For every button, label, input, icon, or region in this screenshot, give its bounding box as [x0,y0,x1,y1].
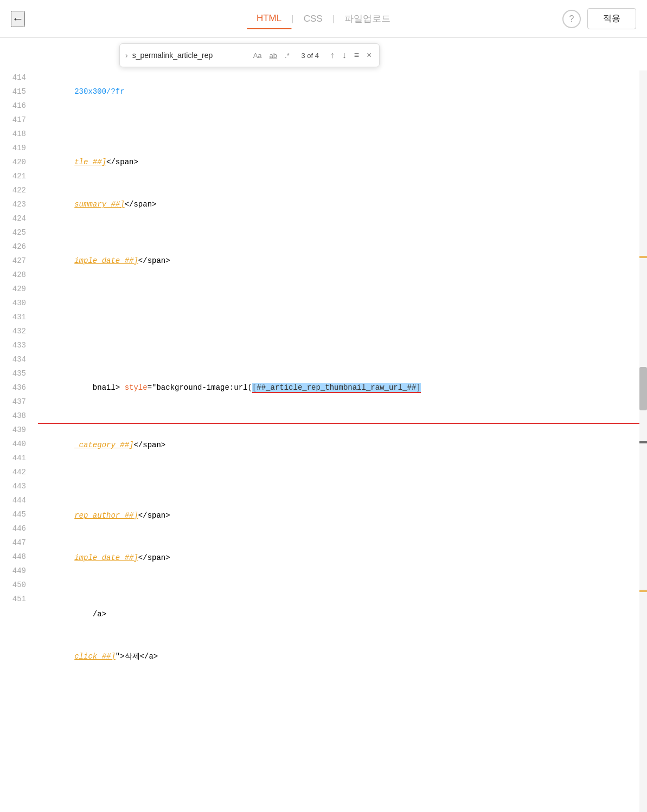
code-line-430 [38,466,647,480]
find-bar-nav: ↑ ↓ ≡ × [328,49,374,61]
code-line-418: summary_##]</span> [38,183,647,225]
code-line-424 [38,324,647,338]
find-bar-input[interactable] [132,51,246,60]
line-numbers: 414 415 416 417 418 419 420 421 422 423 … [0,70,33,812]
code-line-444 [38,776,647,790]
code-line-422 [38,296,647,310]
code-line-426 [38,352,647,366]
code-line-427: bnail> style="background-image:url([##_a… [38,366,647,409]
find-regex[interactable]: .* [282,50,292,61]
code-line-414: 230x300/?fr [38,70,647,113]
header: ← HTML | CSS | 파일업로드 ? 적용 [0,0,647,38]
find-close-button[interactable]: × [364,49,374,61]
find-count: 3 of 4 [297,51,324,60]
editor-container: › Aa ab .* 3 of 4 ↑ ↓ ≡ × 414 415 416 41… [0,38,647,812]
find-bar: › Aa ab .* 3 of 4 ↑ ↓ ≡ × [119,43,380,67]
code-line-438 [38,692,647,706]
code-line-432: rep_author_##]</span> [38,494,647,537]
help-button[interactable]: ? [562,10,581,28]
code-line-431 [38,480,647,494]
find-prev-button[interactable]: ↑ [328,49,337,61]
code-line-433: imple_date_##]</span> [38,537,647,579]
find-whole-word[interactable]: ab [267,50,280,61]
find-next-button[interactable]: ↓ [340,49,349,61]
code-line-420: imple_date_##]</span> [38,240,647,282]
apply-button[interactable]: 적용 [587,8,636,29]
code-line-439 [38,706,647,720]
code-line-436: click_##]">삭제</a> [38,635,647,678]
tab-upload[interactable]: 파일업로드 [335,8,400,29]
code-line-428 [38,409,647,424]
code-line-417: tle_##]</span> [38,141,647,183]
code-content[interactable]: 230x300/?fr tle_##]</span> summary_##]</… [33,70,647,812]
header-right: ? 적용 [562,8,636,29]
code-line-415 [38,113,647,127]
scrollbar-marker-3 [639,590,647,592]
code-line-434 [38,579,647,593]
code-line-437 [38,678,647,692]
code-line-429: _category_##]</span> [38,424,647,466]
code-line-445 [38,790,647,804]
code-line-425 [38,338,647,352]
tab-html[interactable]: HTML [247,9,291,29]
code-line-435: /a> [38,593,647,635]
scrollbar-marker-1 [639,256,647,258]
header-tabs: HTML | CSS | 파일업로드 [247,8,400,29]
code-line-442 [38,748,647,762]
tab-css[interactable]: CSS [294,9,332,29]
scrollbar-marker-2 [639,441,647,443]
find-menu-button[interactable]: ≡ [352,49,361,61]
code-line-441 [38,734,647,748]
scrollbar-thumb[interactable] [639,367,647,410]
back-button[interactable]: ← [11,11,25,27]
code-area[interactable]: 414 415 416 417 418 419 420 421 422 423 … [0,38,647,812]
code-line-440 [38,720,647,734]
code-line-421 [38,282,647,296]
find-case-sensitive[interactable]: Aa [251,50,265,61]
code-line-443 [38,762,647,776]
code-line-416 [38,127,647,141]
code-line-423 [38,310,647,324]
code-line-446 [38,804,647,812]
scrollbar-track[interactable] [639,70,647,812]
find-bar-expand-icon: › [125,51,128,60]
find-bar-options: Aa ab .* [251,50,292,61]
code-line-419 [38,225,647,240]
